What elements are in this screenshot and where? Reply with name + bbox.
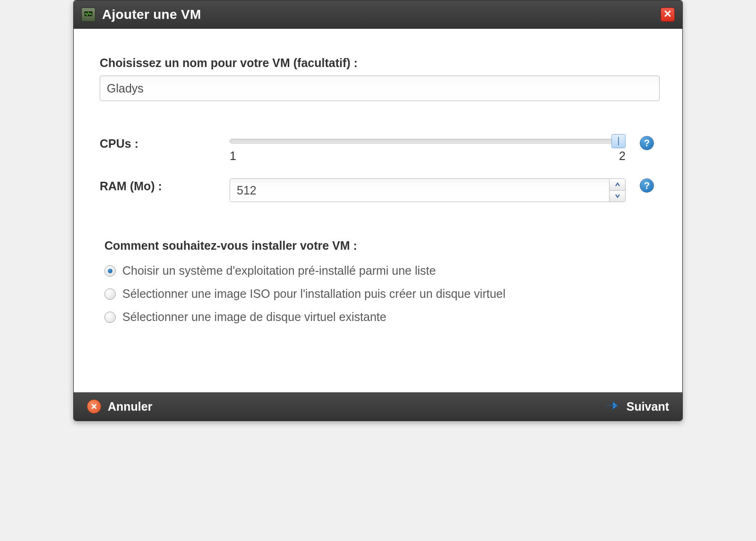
install-section: Comment souhaitez-vous installer votre V…: [100, 239, 656, 329]
install-option-existing-disk[interactable]: Sélectionner une image de disque virtuel…: [100, 305, 656, 329]
next-label: Suivant: [627, 400, 669, 414]
ram-row: RAM (Mo) :: [100, 178, 656, 202]
app-icon: [81, 8, 95, 22]
ram-spinner-control: [230, 178, 626, 202]
svg-rect-1: [87, 17, 90, 18]
chevron-up-icon: [615, 180, 620, 189]
cpu-row: CPUs : 1 2 ?: [100, 136, 656, 164]
arrow-right-icon: [606, 400, 620, 413]
install-option-iso[interactable]: Sélectionner une image ISO pour l'instal…: [100, 282, 656, 305]
cancel-button[interactable]: Annuler: [87, 399, 152, 414]
cpu-slider-control: 1 2: [230, 136, 626, 164]
cpu-max-tick: 2: [619, 149, 626, 163]
dialog-footer: Annuler Suivant: [74, 392, 682, 421]
radio-icon: [104, 265, 116, 277]
titlebar: Ajouter une VM: [74, 0, 682, 29]
radio-icon: [104, 288, 116, 300]
help-icon: ?: [644, 180, 650, 191]
cpu-help-wrap: ?: [626, 136, 654, 150]
next-button[interactable]: Suivant: [606, 400, 669, 414]
close-icon: [664, 10, 671, 19]
chevron-down-icon: [615, 192, 620, 200]
slider-ticks: 1 2: [230, 149, 626, 163]
install-heading: Comment souhaitez-vous installer votre V…: [104, 239, 656, 253]
close-button[interactable]: [661, 8, 675, 22]
ram-label: RAM (Mo) :: [100, 178, 230, 193]
cpu-help-button[interactable]: ?: [640, 136, 654, 150]
vm-name-input[interactable]: [100, 76, 660, 101]
ram-help-wrap: ?: [626, 178, 654, 193]
dialog-content: Choisissez un nom pour votre VM (faculta…: [74, 29, 682, 392]
ram-spinner: [230, 178, 626, 202]
spinner-buttons: [609, 179, 625, 202]
vm-name-group: Choisissez un nom pour votre VM (faculta…: [100, 56, 656, 101]
ram-increment-button[interactable]: [610, 179, 625, 191]
ram-decrement-button[interactable]: [610, 191, 625, 202]
vm-name-label: Choisissez un nom pour votre VM (faculta…: [100, 56, 656, 70]
add-vm-dialog: Ajouter une VM Choisissez un nom pour vo…: [73, 0, 683, 421]
cpu-min-tick: 1: [230, 149, 236, 163]
help-icon: ?: [644, 138, 650, 149]
install-option-preinstalled[interactable]: Choisir un système d'exploitation pré-in…: [100, 259, 656, 282]
install-option-label: Sélectionner une image ISO pour l'instal…: [122, 287, 506, 301]
slider-handle[interactable]: [611, 134, 626, 148]
cpu-label: CPUs :: [100, 136, 230, 151]
resources-section: CPUs : 1 2 ?: [100, 136, 656, 202]
ram-input[interactable]: [230, 179, 609, 202]
cancel-label: Annuler: [108, 400, 152, 414]
cpu-slider[interactable]: 1 2: [230, 136, 626, 164]
install-option-label: Sélectionner une image de disque virtuel…: [122, 310, 387, 324]
dialog-title: Ajouter une VM: [102, 7, 201, 22]
cancel-icon: [87, 399, 101, 414]
radio-icon: [104, 312, 116, 323]
ram-help-button[interactable]: ?: [640, 178, 654, 193]
slider-track: [230, 139, 626, 144]
titlebar-left: Ajouter une VM: [81, 7, 201, 22]
install-option-label: Choisir un système d'exploitation pré-in…: [122, 264, 436, 278]
